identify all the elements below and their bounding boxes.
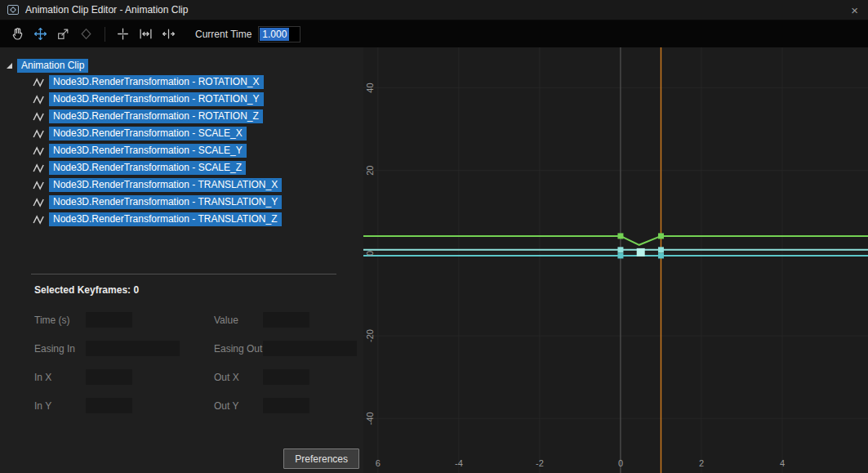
selected-keyframes-text: Selected Keyframes: 0 bbox=[34, 284, 363, 296]
curve-icon bbox=[33, 180, 46, 191]
tree-item-label: Node3D.RenderTransformation - TRANSLATIO… bbox=[49, 178, 282, 192]
preferences-button[interactable]: Preferences bbox=[283, 448, 359, 469]
keyframe-fields: Time (s)ValueEasing InEasing OutIn XOut … bbox=[34, 312, 354, 413]
tree-item[interactable]: Node3D.RenderTransformation - TRANSLATIO… bbox=[0, 211, 363, 228]
center-playhead-icon[interactable] bbox=[112, 24, 133, 45]
curve-editor-canvas[interactable]: 6-4-202440200-20-40 bbox=[363, 47, 868, 473]
svg-text:2: 2 bbox=[699, 458, 704, 468]
time-s-label: Time (s) bbox=[34, 315, 86, 326]
out-y-input[interactable] bbox=[263, 398, 309, 413]
svg-text:0: 0 bbox=[618, 458, 623, 468]
svg-text:-2: -2 bbox=[536, 458, 544, 468]
current-time-label: Current Time bbox=[195, 29, 251, 40]
current-time-value: 1.000 bbox=[260, 28, 289, 41]
out-y-label: Out Y bbox=[214, 400, 263, 412]
fit-selection-icon[interactable] bbox=[158, 24, 179, 45]
svg-text:40: 40 bbox=[365, 83, 375, 92]
toolbar: Current Time 1.000 bbox=[0, 20, 868, 47]
svg-text:20: 20 bbox=[365, 166, 375, 176]
curve-icon bbox=[33, 197, 46, 208]
curve-icon bbox=[33, 111, 46, 123]
tree-root-item[interactable]: Animation Clip bbox=[0, 57, 363, 74]
tree-item[interactable]: Node3D.RenderTransformation - TRANSLATIO… bbox=[0, 176, 363, 194]
easing-out-label: Easing Out bbox=[214, 343, 263, 355]
easing-in-label: Easing In bbox=[34, 343, 86, 355]
titlebar: Animation Clip Editor - Animation Clip × bbox=[0, 0, 868, 20]
tree-item[interactable]: Node3D.RenderTransformation - SCALE_X bbox=[0, 125, 363, 142]
tree-item[interactable]: Node3D.RenderTransformation - ROTATION_X bbox=[0, 74, 363, 91]
tree-item[interactable]: Node3D.RenderTransformation - TRANSLATIO… bbox=[0, 194, 363, 211]
expander-icon[interactable] bbox=[7, 63, 12, 69]
svg-text:-20: -20 bbox=[365, 329, 375, 342]
curve-icon bbox=[33, 163, 46, 174]
move-tool-icon[interactable] bbox=[29, 24, 51, 45]
tree-item[interactable]: Node3D.RenderTransformation - SCALE_Z bbox=[0, 159, 363, 176]
tree-item-label: Node3D.RenderTransformation - TRANSLATIO… bbox=[49, 195, 282, 209]
value-label: Value bbox=[214, 315, 263, 326]
tree-item-label: Node3D.RenderTransformation - ROTATION_Y bbox=[49, 92, 264, 106]
svg-text:-40: -40 bbox=[365, 412, 375, 425]
curve-editor: 6-4-202440200-20-40 bbox=[363, 47, 868, 473]
tree-root-label: Animation Clip bbox=[17, 59, 88, 73]
window-title: Animation Clip Editor - Animation Clip bbox=[25, 4, 188, 16]
pan-tool-icon[interactable] bbox=[7, 24, 28, 45]
out-x-label: Out X bbox=[214, 372, 263, 383]
curve-icon bbox=[33, 128, 46, 140]
curve-icon bbox=[33, 214, 46, 225]
scale-tool-icon[interactable] bbox=[52, 24, 73, 45]
current-time-input[interactable]: 1.000 bbox=[258, 26, 300, 42]
in-y-input[interactable] bbox=[86, 398, 132, 413]
time-s-input[interactable] bbox=[86, 312, 132, 328]
easing-out-input[interactable] bbox=[263, 341, 357, 356]
curve-icon bbox=[33, 77, 46, 88]
tree-item-label: Node3D.RenderTransformation - TRANSLATIO… bbox=[49, 212, 282, 226]
close-icon[interactable]: × bbox=[848, 4, 861, 16]
add-keyframe-icon[interactable] bbox=[75, 24, 96, 45]
selected-keyframes-label: Selected Keyframes: bbox=[34, 284, 131, 296]
curve-icon bbox=[33, 145, 46, 157]
animation-clip-editor-icon bbox=[7, 3, 20, 16]
selected-keyframes-count: 0 bbox=[133, 284, 139, 296]
svg-text:4: 4 bbox=[780, 458, 785, 468]
tree-item-label: Node3D.RenderTransformation - SCALE_X bbox=[49, 127, 247, 141]
in-y-label: In Y bbox=[34, 400, 86, 412]
toolbar-separator bbox=[105, 27, 105, 42]
animation-clip-editor-window: Animation Clip Editor - Animation Clip × bbox=[0, 0, 868, 473]
value-input[interactable] bbox=[263, 312, 309, 328]
svg-text:-4: -4 bbox=[455, 458, 463, 468]
tree-item[interactable]: Node3D.RenderTransformation - SCALE_Y bbox=[0, 142, 363, 159]
tree-item[interactable]: Node3D.RenderTransformation - ROTATION_Z bbox=[0, 108, 363, 125]
panel-divider bbox=[31, 274, 336, 274]
in-x-label: In X bbox=[34, 372, 86, 383]
svg-text:6: 6 bbox=[376, 458, 381, 468]
left-panel: Animation Clip Node3D.RenderTransformati… bbox=[0, 47, 363, 473]
tree-item-label: Node3D.RenderTransformation - SCALE_Y bbox=[49, 144, 247, 158]
tree-items: Node3D.RenderTransformation - ROTATION_X… bbox=[0, 74, 363, 228]
in-x-input[interactable] bbox=[86, 369, 132, 385]
fit-width-icon[interactable] bbox=[135, 24, 156, 45]
out-x-input[interactable] bbox=[263, 369, 309, 385]
tree-item-label: Node3D.RenderTransformation - SCALE_Z bbox=[49, 161, 246, 175]
animation-tree: Animation Clip Node3D.RenderTransformati… bbox=[0, 47, 363, 228]
tree-item[interactable]: Node3D.RenderTransformation - ROTATION_Y bbox=[0, 91, 363, 108]
easing-in-input[interactable] bbox=[86, 341, 180, 356]
svg-text:0: 0 bbox=[365, 251, 375, 256]
tree-item-label: Node3D.RenderTransformation - ROTATION_Z bbox=[49, 109, 263, 123]
curve-icon bbox=[33, 94, 46, 105]
tree-item-label: Node3D.RenderTransformation - ROTATION_X bbox=[49, 75, 264, 89]
